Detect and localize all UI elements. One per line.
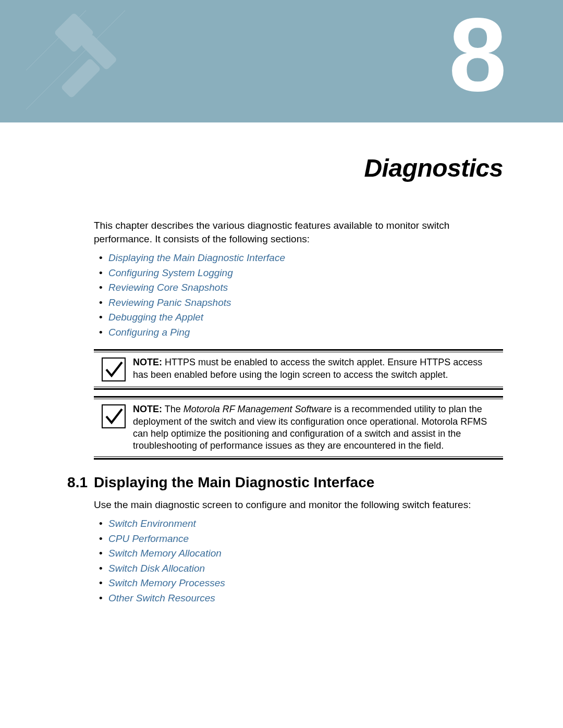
list-item: Switch Memory Allocation [94,546,503,561]
list-item: Switch Disk Allocation [94,561,503,576]
svg-rect-2 [60,58,101,98]
section-link[interactable]: Reviewing Panic Snapshots [108,297,231,308]
checkmark-icon [102,357,126,381]
note-icon-cell [94,402,133,430]
note-block: NOTE: HTTPS must be enabled to access th… [94,349,503,390]
chapter-number: 8 [449,13,507,96]
note-pre: The [162,404,183,414]
list-item: Other Switch Resources [94,591,503,606]
list-item: Switch Environment [94,516,503,532]
section-intro: Use the main diagnostic screen to config… [94,498,503,512]
chapter-intro: This chapter describes the various diagn… [94,219,503,245]
topic-link[interactable]: Switch Environment [108,518,196,529]
note-label: NOTE: [133,404,162,414]
section-link[interactable]: Displaying the Main Diagnostic Interface [108,252,285,263]
note-text: NOTE: The Motorola RF Management Softwar… [133,402,503,453]
list-item: Configuring System Logging [94,266,503,281]
note-emphasis: Motorola RF Management Software [183,404,332,414]
section-link[interactable]: Configuring a Ping [108,327,190,338]
section-links-list: Switch Environment CPU Performance Switc… [94,516,503,606]
list-item: Displaying the Main Diagnostic Interface [94,251,503,266]
page-content: Diagnostics This chapter describes the v… [0,154,563,636]
list-item: Reviewing Panic Snapshots [94,295,503,311]
topic-link[interactable]: Other Switch Resources [108,593,215,603]
section-number: 8.1 [63,474,94,491]
chapter-banner: 8 [0,0,563,122]
list-item: Reviewing Core Snapshots [94,280,503,295]
chapter-sections-list: Displaying the Main Diagnostic Interface… [94,251,503,340]
section-link[interactable]: Debugging the Applet [108,312,203,323]
banner-decoration-icon [23,8,128,112]
note-icon-cell [94,355,133,384]
list-item: Configuring a Ping [94,325,503,340]
note-label: NOTE: [133,357,162,367]
topic-link[interactable]: Switch Memory Processes [108,577,225,588]
section-link[interactable]: Configuring System Logging [108,267,233,278]
note-text: NOTE: HTTPS must be enabled to access th… [133,355,503,382]
note-body: HTTPS must be enabled to access the swit… [133,357,482,379]
list-item: CPU Performance [94,532,503,547]
chapter-title: Diagnostics [94,154,503,182]
section-link[interactable]: Reviewing Core Snapshots [108,282,228,293]
topic-link[interactable]: Switch Disk Allocation [108,563,205,574]
topic-link[interactable]: CPU Performance [108,533,189,544]
list-item: Debugging the Applet [94,310,503,325]
note-block: NOTE: The Motorola RF Management Softwar… [94,396,503,460]
list-item: Switch Memory Processes [94,576,503,591]
topic-link[interactable]: Switch Memory Allocation [108,548,222,559]
section-title: Displaying the Main Diagnostic Interface [94,474,374,491]
section-heading: 8.1 Displaying the Main Diagnostic Inter… [63,474,503,491]
checkmark-icon [102,404,126,428]
